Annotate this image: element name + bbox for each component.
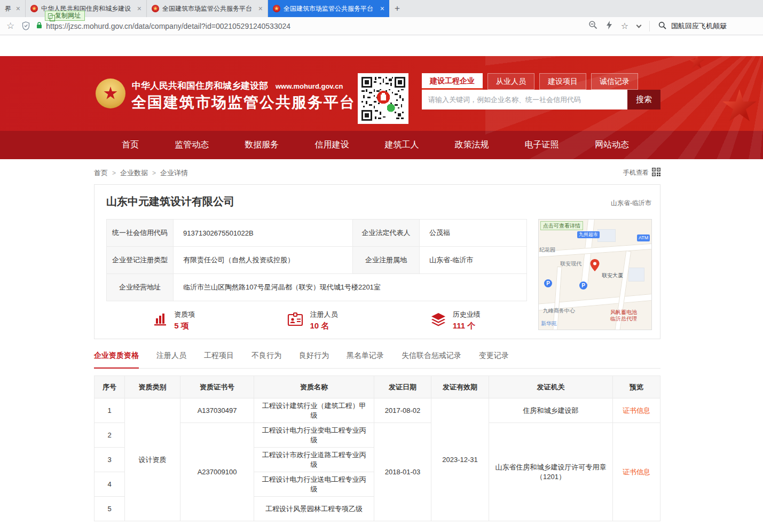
cert-no-cell: A237009100 [180,423,254,521]
certificate-info-link[interactable]: 证书信息 [623,468,650,476]
tab-title: 全国建筑市场监管公共服务平台 [284,4,377,13]
stat-value: 5 项 [174,321,195,331]
nav-item-e-certificates[interactable]: 电子证照 [525,139,559,151]
seq-cell: 1 [95,398,125,423]
url-field[interactable]: https://jzsc.mohurd.gov.cn/data/company/… [36,21,588,31]
cert-name-cell: 工程设计建筑行业（建筑工程）甲级 [254,398,374,423]
breadcrumb-item-home[interactable]: 首页 [94,168,108,178]
stat-qualifications: 资质项 5 项 [152,310,195,331]
header-tab-construction-enterprise[interactable]: 建设工程企业 [422,73,483,90]
map-label-line: 临沂总代理 [610,316,637,322]
company-map[interactable]: 点击可查看详情 九州超市 ATM 纪花园 联安现代 联安大厦 九峰商务中心 新华… [538,219,652,330]
stat-registered-personnel: 注册人员 10 名 [287,310,337,331]
authority-cell: 住房和城乡建设部 [489,398,613,423]
cert-no-cell: A137030497 [180,398,254,423]
ministry-title-row: 中华人民共和国住房和城乡建设部 www.mohurd.gov.cn [132,80,343,92]
address-value: 临沂市兰山区陶然路107号星河晶都（联安）现代城1号楼2201室 [174,274,527,301]
content: 首页 > 企业数据 > 企业详情 手机查看 山东中元建筑设计有限公司 山东省-临… [94,159,660,521]
tab-good-behavior[interactable]: 良好行为 [299,351,329,368]
cert-name-cell: 工程设计电力行业变电工程专业丙级 [254,423,374,448]
site-title: 全国建筑市场监管公共服务平台 [131,92,356,113]
table-header: 资质类别 [125,376,180,398]
company-region: 山东省-临沂市 [611,199,651,208]
layers-icon [430,311,447,330]
header-tab-projects[interactable]: 建设项目 [539,73,586,90]
issue-date-cell: 2017-08-02 [374,398,431,423]
certificate-icon [152,311,168,330]
chevron-down-icon[interactable] [636,22,642,28]
screen: { "icons": { "close": "×", "new_tab": "+… [0,0,763,532]
close-icon[interactable]: × [258,5,263,12]
copy-url-tooltip-text: 复制网址 [55,11,81,20]
valid-until-cell: 2023-12-31 [431,398,489,521]
browser-tab[interactable]: 中华人民共和国住房和城乡建设 × [26,0,147,17]
stat-label: 注册人员 [310,310,337,319]
table-header: 发证机关 [489,376,613,398]
close-icon[interactable]: × [380,5,384,12]
bookmark-star-icon[interactable]: ☆ [6,20,14,32]
cert-name-cell: 工程设计风景园林工程专项乙级 [254,497,374,521]
issue-date-cell: 2018-01-03 [374,423,431,521]
map-label-supermarket: 九州超市 [577,231,600,238]
mobile-view-label: 手机查看 [623,168,649,177]
seq-cell: 3 [95,448,125,472]
qr-mini-icon [652,168,660,178]
section-tabs: 企业资质资格 注册人员 工程项目 不良行为 良好行为 黑名单记录 失信联合惩戒记… [94,351,660,369]
tab-dishonesty-records[interactable]: 失信联合惩戒记录 [402,351,461,368]
header-tab-integrity-records[interactable]: 诚信记录 [591,73,638,90]
stat-value: 10 名 [310,321,337,331]
map-label-garden: 纪花园 [539,246,555,254]
site-header: 中华人民共和国住房和城乡建设部 www.mohurd.gov.cn 全国建筑市场… [0,56,763,159]
credit-code-label: 统一社会信用代码 [107,220,174,247]
table-header: 资质名称 [254,376,374,398]
authority-cell: 山东省住房和城乡建设厅许可专用章（1201） [489,423,613,521]
company-card: 山东中元建筑设计有限公司 山东省-临沂市 统一社会信用代码 9137130267… [94,184,660,339]
reg-type-value: 有限责任公司（自然人投资或控股） [174,247,353,274]
table-header-row: 序号 资质类别 资质证书号 资质名称 发证日期 发证有效期 发证机关 预览 [95,376,660,398]
mobile-view-link[interactable]: 手机查看 [623,168,660,178]
header-search-input[interactable] [422,90,627,109]
tab-blacklist-records[interactable]: 黑名单记录 [347,351,384,368]
tab-title: 界 [5,4,13,13]
header-search-tabs: 建设工程企业 从业人员 建设项目 诚信记录 [422,73,638,90]
breadcrumb-item-company-data[interactable]: 企业数据 [120,168,148,178]
stat-value: 111 个 [453,321,481,331]
browser-tab[interactable]: 全国建筑市场监管公共服务平台 × [147,0,268,17]
tab-projects[interactable]: 工程项目 [204,351,234,368]
tab-change-records[interactable]: 变更记录 [479,351,509,368]
hot-search[interactable]: 国航回应飞机颠簸 [658,21,763,31]
nav-item-credit[interactable]: 信用建设 [314,139,349,151]
header-tab-practitioners[interactable]: 从业人员 [487,73,534,90]
table-header: 发证日期 [374,376,431,398]
qualification-table: 序号 资质类别 资质证书号 资质名称 发证日期 发证有效期 发证机关 预览 1 … [94,375,660,521]
table-header: 序号 [95,376,125,398]
tab-enterprise-qualification[interactable]: 企业资质资格 [94,351,139,369]
nav-item-supervision[interactable]: 监管动态 [175,139,209,151]
certificate-info-link[interactable]: 证书信息 [623,406,650,414]
tab-bad-behavior[interactable]: 不良行为 [251,351,281,368]
stat-label: 历史业绩 [453,310,481,319]
seq-cell: 2 [95,423,125,448]
browser-tab[interactable]: 界 × [0,0,26,17]
nav-item-construction-workers[interactable]: 建筑工人 [385,139,419,151]
nav-item-home[interactable]: 首页 [122,139,139,151]
shield-icon[interactable] [22,21,30,30]
lightning-icon[interactable] [606,21,612,32]
favorite-star-icon[interactable]: ☆ [621,21,628,31]
close-icon[interactable]: × [16,5,20,12]
table-row: 1 设计资质 A137030497 工程设计建筑行业（建筑工程）甲级 2017-… [95,398,660,423]
seq-cell: 4 [95,472,125,497]
header-search-button[interactable]: 搜索 [627,90,660,109]
nav-item-site-news[interactable]: 网站动态 [595,139,629,151]
nav-item-data-services[interactable]: 数据服务 [245,139,279,151]
zoom-out-icon[interactable] [588,20,597,32]
close-icon[interactable]: × [137,5,141,12]
new-tab-button[interactable]: + [389,0,405,17]
id-badge-icon [287,311,304,330]
browser-tab-active[interactable]: 全国建筑市场监管公共服务平台 × [268,0,389,17]
breadcrumb: 首页 > 企业数据 > 企业详情 手机查看 [94,168,660,178]
emblem-favicon-icon [273,5,280,12]
nav-item-policies[interactable]: 政策法规 [455,139,489,151]
stat-label: 资质项 [174,310,195,319]
tab-registered-personnel[interactable]: 注册人员 [156,351,186,368]
